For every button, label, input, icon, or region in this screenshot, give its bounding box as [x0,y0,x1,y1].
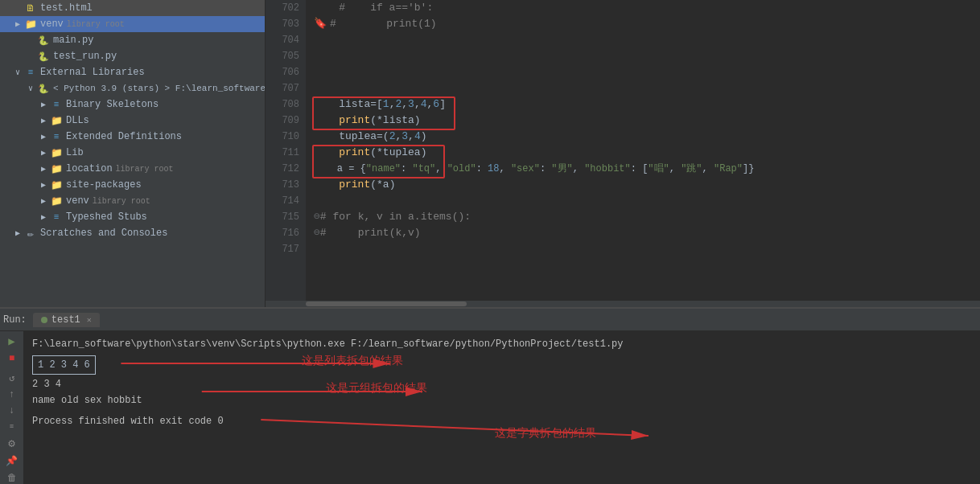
arrow-icon [26,51,35,61]
sidebar-item-test-html[interactable]: 🗎 test.html [0,0,265,16]
stop-button[interactable]: ■ [4,353,20,364]
library-icon: ≡ [50,98,63,111]
arrow-icon: ▶ [13,228,23,238]
sidebar-item-extended-definitions[interactable]: ▶ ≡ Extended Definitions [0,129,265,145]
sidebar-item-label: DLLs [66,115,89,126]
python-icon: 🐍 [37,82,50,95]
sidebar-item-label: External Libraries [40,67,145,78]
code-line-716: ⊖ # print(k,v) [314,225,980,241]
bottom-main: F:\learn_software\python\stars\venv\Scri… [24,331,980,484]
sidebar-item-label: venv [40,18,64,30]
sidebar-item-venv-library-root2[interactable]: ▶ 📁 venv library root [0,193,265,209]
arrow-icon [13,3,23,13]
code-line-717 [314,241,980,257]
arrow-icon: ▶ [39,100,48,109]
code-line-713: print (*a) [314,177,980,193]
code-line-705 [314,48,980,64]
library-icon: ≡ [24,66,37,79]
folder-icon: 📁 [50,178,63,191]
arrow-icon: ▶ [39,180,48,190]
sidebar-item-label: location [66,163,113,174]
sidebar-item-lib[interactable]: ▶ 📁 Lib [0,145,265,161]
code-line-703: 🔖 # print(1) [314,16,980,32]
sidebar-item-label: Lib [66,147,84,158]
arrow-icon: ▶ [39,196,48,206]
close-tab-icon[interactable]: ✕ [87,315,92,325]
sidebar-item-label: test_run.py [53,51,117,62]
sidebar-item-site-packages[interactable]: ▶ 📁 site-packages [0,177,265,193]
arrow-icon: ▶ [39,164,48,174]
sidebar-item-muted: library root [67,20,125,29]
sidebar-item-python39[interactable]: ∨ 🐍 < Python 3.9 (stars) > F:\learn_soft… [0,80,265,96]
bottom-content: ▶ ■ ↺ ↑ ↓ ≡ ⚙ 📌 🗑 F:\learn_software\pyth… [0,331,980,484]
code-content: # if a=='b': 🔖 # print(1) lista = [ 1 [306,0,980,301]
bottom-tabs: Run: test1 ✕ [0,309,980,331]
run-status-dot [41,317,47,323]
code-line-704 [314,32,980,48]
sidebar-item-label: site-packages [66,179,142,191]
sidebar-item-binary-skeletons[interactable]: ▶ ≡ Binary Skeletons [0,96,265,113]
sidebar-item-label: Scratches and Consoles [40,228,167,239]
arrow-icon: ▶ [39,148,48,158]
run-play-button[interactable]: ▶ [4,334,20,348]
sidebar-item-label: venv [66,195,89,207]
sidebar-item-venv[interactable]: ▶ 📁 venv library root [0,16,265,32]
sidebar-item-test-run-py[interactable]: 🐍 test_run.py [0,48,265,64]
scratch-icon: ✏ [24,227,37,240]
run-label: Run: [3,314,27,326]
sidebar-item-label: < Python 3.9 (stars) > F:\learn_software… [53,84,266,93]
sidebar-item-location-library-root[interactable]: ▶ 📁 location library root [0,161,265,177]
line-numbers: 702 703 704 705 706 707 708 709 710 711 … [266,0,306,301]
main-area: 🗎 test.html ▶ 📁 venv library root 🐍 main… [0,0,980,307]
folder-icon: 📁 [50,162,63,175]
code-line-710: tuplea =( 2 , 3 , 4 ) [314,129,980,145]
sidebar-item-external-libraries[interactable]: ∨ ≡ External Libraries [0,64,265,80]
scroll-down-button[interactable]: ↓ [4,405,20,416]
sidebar-item-label: main.py [53,35,93,46]
sidebar-item-dlls[interactable]: ▶ 📁 DLLs [0,113,265,129]
sidebar-item-label: Binary Skeletons [66,99,159,110]
code-scrollbar[interactable] [266,301,980,307]
code-line-707 [314,80,980,96]
bookmark-icon: 🔖 [314,16,327,32]
output-boxed-line: 1 2 3 4 6 [32,355,96,375]
arrow-icon [26,35,35,45]
command-line: F:\learn_software\python\stars\venv\Scri… [32,336,972,352]
arrow-icon: ▶ [13,19,23,29]
sidebar: 🗎 test.html ▶ 📁 venv library root 🐍 main… [0,0,266,307]
sidebar-item-main-py[interactable]: 🐍 main.py [0,32,265,48]
run-tab[interactable]: test1 ✕ [33,313,100,327]
code-line-712: a = { "name" : "tq" , "old" : 18 , "sex"… [314,161,980,177]
output-area: 1 2 3 4 6 [32,354,972,376]
sidebar-item-scratches-consoles[interactable]: ▶ ✏ Scratches and Consoles [0,225,265,241]
sidebar-item-muted: library root [116,165,174,174]
folder-icon: 📁 [50,114,63,127]
output-line3: name old sex hobbit [32,392,972,408]
sidebar-item-muted: library root [93,197,150,206]
folder-icon: 📁 [50,195,63,207]
pin-button[interactable]: 📌 [4,455,20,467]
sidebar-item-label: Typeshed Stubs [66,211,147,223]
expand-arrow-icon: ∨ [13,68,23,77]
annotation-text-1: 这是列表拆包的结果 [302,354,403,368]
bottom-sidebar: ▶ ■ ↺ ↑ ↓ ≡ ⚙ 📌 🗑 [0,331,24,484]
code-line-708: lista = [ 1 , 2 , 3 , 4 , 6 ] [314,96,980,113]
code-line-709: print (*lista) [314,113,980,129]
expand-arrow-icon: ∨ [26,84,35,93]
scroll-up-button[interactable]: ↑ [4,389,20,400]
sidebar-item-typeshed-stubs[interactable]: ▶ ≡ Typeshed Stubs [0,209,265,225]
rerun-button[interactable]: ↺ [4,372,20,384]
annotation-text-3: 这是字典拆包的结果 [495,426,596,441]
wrap-button[interactable]: ≡ [4,421,20,432]
code-panel: 702 703 704 705 706 707 708 709 710 711 … [266,0,980,301]
delete-button[interactable]: 🗑 [4,472,20,484]
arrow-icon: ▶ [39,132,48,142]
file-html-icon: 🗎 [24,2,37,14]
code-line-714 [314,193,980,209]
settings-button[interactable]: ⚙ [4,437,20,450]
sidebar-item-label: test.html [40,2,93,14]
folder-icon: 📁 [24,18,37,31]
editor-area: 702 703 704 705 706 707 708 709 710 711 … [266,0,980,307]
scrollbar-thumb[interactable] [306,301,467,306]
sidebar-item-label: Extended Definitions [66,131,182,142]
